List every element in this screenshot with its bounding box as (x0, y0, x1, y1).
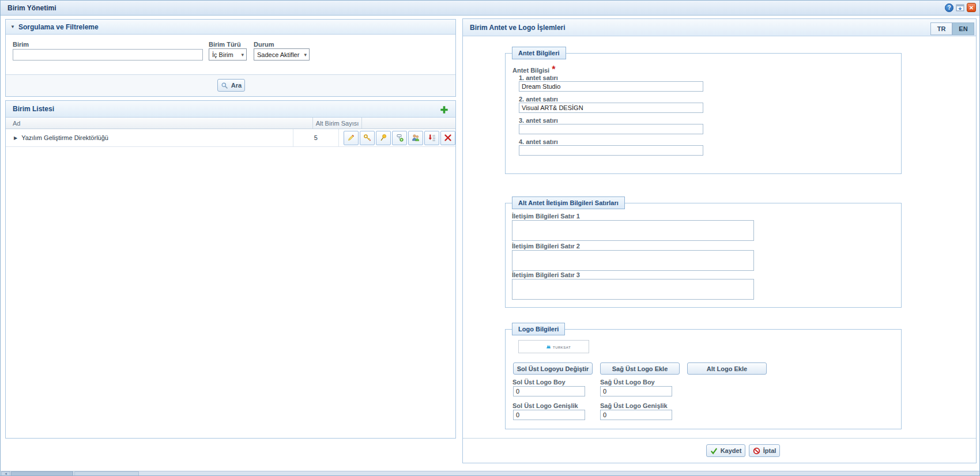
search-button-label: Ara (231, 82, 242, 89)
birim-input[interactable] (13, 49, 203, 61)
sag-ust-logo-ekle-button[interactable]: Sağ Üst Logo Ekle (600, 362, 680, 375)
sag-ust-logo-boy-input[interactable] (600, 386, 672, 396)
cancel-button-label: İptal (763, 447, 777, 454)
sag-ust-logo-genislik-label: Sağ Üst Logo Genişlik (600, 402, 668, 409)
iletisim-satir1-label: İletişim Bilgileri Satır 1 (512, 213, 580, 220)
sort-order-button[interactable]: 011001 (424, 131, 439, 145)
scroll-left-button[interactable]: ◄ (1, 471, 10, 476)
collapse-triangle-icon[interactable]: ▼ (10, 24, 15, 29)
birim-turu-label: Birim Türü (209, 41, 241, 48)
sol-ust-logo-genislik-input[interactable] (513, 410, 585, 420)
sag-ust-logo-boy-label: Sağ Üst Logo Boy (600, 379, 655, 386)
column-header-actions (362, 118, 455, 129)
iletisim-satir2-label: İletişim Bilgileri Satır 2 (512, 243, 580, 250)
chevron-down-icon: ▾ (241, 52, 244, 58)
birim-turu-select[interactable]: İç Birim ▾ (209, 48, 247, 61)
row-actions-cell: 011001 (339, 129, 455, 146)
key-icon (363, 134, 371, 142)
close-icon[interactable]: ✕ (967, 3, 976, 12)
antet-line3-label: 3. antet satırı (519, 117, 558, 124)
sol-ust-logo-degistir-button[interactable]: Sol Üst Logoyu Değiştir (513, 362, 593, 375)
svg-text:01: 01 (433, 139, 435, 142)
column-header-alt-birim-sayisi[interactable]: Alt Birim Sayısı (313, 118, 362, 129)
detail-panel: Birim Antet ve Logo İşlemleri TR EN Ante… (462, 18, 977, 463)
delete-button[interactable] (440, 131, 455, 145)
durum-select[interactable]: Sadece Aktifler ▾ (254, 48, 310, 61)
chevron-down-icon: ▾ (304, 52, 307, 58)
filter-panel: ▼ Sorgulama ve Filtreleme Birim Birim Tü… (5, 19, 456, 97)
sol-ust-logo-genislik-label: Sol Üst Logo Genişlik (512, 402, 578, 409)
cancel-button[interactable]: İptal (749, 444, 780, 457)
horizontal-scrollbar-segment[interactable] (74, 471, 139, 476)
antet-line1-label: 1. antet satırı (519, 74, 558, 81)
antet-line3-input[interactable] (519, 124, 703, 134)
birim-yonetimi-window: Birim Yönetimi ? ✕ ▼ Sorgulama ve Filtre… (0, 0, 980, 476)
durum-label: Durum (254, 41, 274, 48)
iletisim-satir3-label: İletişim Bilgileri Satır 3 (512, 271, 580, 278)
list-panel-header: Birim Listesi (6, 101, 455, 118)
required-asterisk: * (552, 65, 555, 74)
footer-separator (463, 438, 976, 439)
durum-value: Sadece Aktifler (257, 51, 299, 58)
row-ad-cell: ▶ Yazılım Geliştirme Direktörlüğü (6, 129, 293, 146)
detail-panel-header: Birim Antet ve Logo İşlemleri (463, 19, 976, 36)
antet-line4-input[interactable] (519, 145, 703, 156)
iletisim-satir1-textarea[interactable] (512, 220, 754, 241)
table-row[interactable]: ▶ Yazılım Geliştirme Direktörlüğü 5 0110… (6, 129, 455, 147)
window-titlebar: Birim Yönetimi (1, 1, 979, 16)
birim-turu-value: İç Birim (212, 51, 233, 58)
horizontal-scrollbar-track[interactable] (1, 471, 980, 476)
iletisim-fieldset-legend: Alt Antet İletişim Bilgileri Satırları (512, 197, 625, 209)
list-panel: Birim Listesi Ad Alt Birim Sayısı ▶ Yazı… (5, 100, 456, 439)
antet-fieldset-legend: Antet Bilgileri (512, 47, 566, 59)
tree-expander-icon[interactable]: ▶ (14, 135, 17, 141)
help-icon[interactable]: ? (945, 3, 953, 12)
pin-button[interactable] (376, 131, 391, 145)
antet-line4-label: 4. antet satırı (519, 138, 558, 145)
column-header-ad[interactable]: Ad (6, 118, 313, 129)
prohibition-icon (753, 447, 760, 455)
delete-x-icon (444, 134, 452, 142)
iletisim-satir3-textarea[interactable] (512, 279, 754, 300)
search-button[interactable]: Ara (217, 79, 245, 92)
edit-button[interactable] (344, 131, 359, 145)
user-assign-button[interactable] (408, 131, 423, 145)
sort-order-icon: 011001 (428, 134, 436, 142)
lang-tab-tr[interactable]: TR (930, 22, 952, 35)
lang-tab-en[interactable]: EN (952, 22, 974, 35)
filter-panel-header[interactable]: ▼ Sorgulama ve Filtreleme (6, 20, 455, 35)
antet-line2-label: 2. antet satırı (519, 96, 558, 103)
horizontal-scrollbar-thumb[interactable] (11, 471, 73, 476)
list-panel-title: Birim Listesi (13, 105, 54, 113)
alt-logo-ekle-button[interactable]: Alt Logo Ekle (687, 362, 767, 375)
antet-line2-input[interactable] (519, 103, 703, 113)
birim-label: Birim (13, 41, 29, 48)
pencil-icon (347, 134, 355, 142)
iletisim-satir2-textarea[interactable] (512, 250, 754, 271)
row-ad-text: Yazılım Geliştirme Direktörlüğü (21, 134, 108, 141)
detail-panel-title: Birim Antet ve Logo İşlemleri (470, 24, 566, 32)
antet-fieldset (505, 53, 902, 174)
sag-ust-logo-genislik-input[interactable] (600, 410, 672, 420)
window-restore-icon[interactable] (956, 3, 964, 12)
org-add-icon (395, 134, 404, 142)
filter-panel-title: Sorgulama ve Filtreleme (18, 23, 99, 31)
grid-column-headers: Ad Alt Birim Sayısı (6, 118, 455, 129)
logo-fieldset-legend: Logo Bilgileri (512, 323, 565, 335)
org-add-button[interactable] (392, 131, 407, 145)
search-icon (221, 82, 228, 89)
save-button[interactable]: Kaydet (706, 444, 745, 457)
plus-icon (439, 105, 449, 115)
svg-text:TURKSAT: TURKSAT (553, 346, 571, 349)
turksat-logo: TURKSAT (545, 344, 581, 350)
add-unit-button[interactable] (437, 103, 451, 116)
row-alt-birim-sayisi-cell: 5 (293, 129, 339, 146)
sol-ust-logo-boy-label: Sol Üst Logo Boy (512, 379, 566, 386)
check-icon (710, 447, 718, 455)
antet-line1-input[interactable] (519, 81, 703, 92)
key-edit-button[interactable] (360, 131, 375, 145)
save-button-label: Kaydet (721, 447, 742, 454)
sol-ust-logo-boy-input[interactable] (513, 386, 585, 396)
pushpin-icon (379, 134, 387, 142)
window-title: Birim Yönetimi (7, 4, 56, 12)
